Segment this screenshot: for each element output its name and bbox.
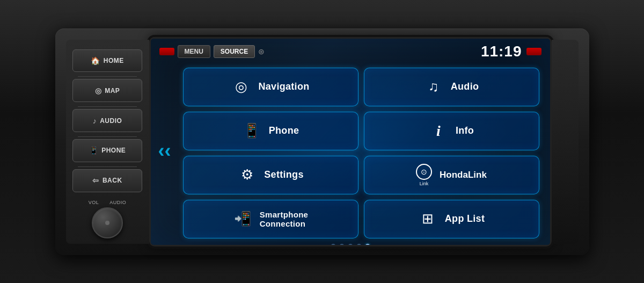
connection-icon: ⊛ — [258, 47, 265, 56]
top-bar-left: MENU SOURCE ⊛ — [159, 45, 265, 58]
navigation-icon: ◎ — [231, 78, 251, 95]
settings-menu-item[interactable]: ⚙ Settings — [183, 156, 358, 194]
outer-bezel: 🏠 HOME ◎ MAP ♪ AUDIO 📱 PHONE ⇦ BACK — [55, 28, 589, 255]
divider-1 — [78, 76, 137, 77]
link-text: Link — [420, 181, 429, 186]
link-icon: ⊙ Link — [416, 164, 432, 186]
applist-icon: ⊞ — [418, 211, 437, 227]
audio-power-label: AUDIO — [109, 200, 126, 205]
back-button[interactable]: ⇦ BACK — [72, 169, 142, 192]
right-edge — [552, 40, 579, 244]
top-bar-right: 11:19 — [481, 43, 541, 60]
audio-icon: ♪ — [93, 117, 97, 125]
smartphone-label-wrap: Smartphone Connection — [260, 210, 309, 228]
menu-grid: ◎ Navigation ♫ Audio 📱 Phon — [151, 63, 550, 238]
screen-content: ‹‹ ◎ Navigation ♫ Audio — [151, 63, 550, 245]
settings-menu-label: Settings — [264, 169, 303, 180]
page-dots — [151, 238, 550, 246]
divider-2 — [78, 106, 137, 107]
applist-menu-item[interactable]: ⊞ App List — [364, 200, 539, 238]
vol-labels: VOL AUDIO — [89, 200, 127, 205]
audio-menu-label: Audio — [451, 81, 479, 92]
screen-wrapper: MENU SOURCE ⊛ 11:19 ‹‹ — [149, 37, 552, 246]
phone-button[interactable]: 📱 PHONE — [72, 139, 142, 162]
phone-menu-item[interactable]: 📱 Phone — [183, 112, 358, 150]
navigation-label: Navigation — [258, 81, 309, 92]
hondalink-label: HondaLink — [440, 170, 487, 180]
link-circle-icon: ⊙ — [416, 164, 432, 180]
applist-menu-label: App List — [445, 213, 485, 224]
car-frame: 🏠 HOME ◎ MAP ♪ AUDIO 📱 PHONE ⇦ BACK — [0, 0, 644, 283]
dot-2[interactable] — [340, 244, 344, 246]
main-screen: MENU SOURCE ⊛ 11:19 ‹‹ — [149, 37, 552, 246]
audio-button[interactable]: ♪ AUDIO — [72, 109, 142, 132]
audio-menu-item[interactable]: ♫ Audio — [364, 68, 539, 106]
info-menu-label: Info — [456, 125, 474, 136]
source-button[interactable]: SOURCE — [214, 45, 255, 58]
red-indicator-right — [526, 48, 541, 55]
back-icon: ⇦ — [92, 176, 99, 185]
phone-label: PHONE — [101, 147, 126, 154]
audio-label: AUDIO — [100, 117, 122, 125]
vol-knob-inner — [105, 221, 109, 225]
info-menu-item[interactable]: i Info — [364, 112, 539, 150]
vol-label: VOL — [89, 200, 99, 205]
home-button[interactable]: 🏠 HOME — [72, 49, 142, 72]
hondalink-menu-item[interactable]: ⊙ Link HondaLink — [364, 156, 539, 194]
settings-icon: ⚙ — [237, 166, 257, 183]
clock-display: 11:19 — [481, 43, 522, 60]
dot-4[interactable] — [357, 244, 361, 246]
top-bar: MENU SOURCE ⊛ 11:19 — [151, 39, 550, 63]
dot-3[interactable] — [348, 244, 353, 246]
menu-button[interactable]: MENU — [178, 45, 210, 58]
back-chevron-icon[interactable]: ‹‹ — [158, 141, 171, 161]
smartphone-menu-label-line2: Connection — [260, 219, 306, 228]
info-icon: i — [429, 122, 448, 140]
map-icon: ◎ — [95, 86, 102, 95]
phone-icon: 📱 — [89, 146, 99, 155]
map-button[interactable]: ◎ MAP — [72, 79, 142, 102]
phone-menu-icon: 📱 — [242, 122, 261, 139]
home-label: HOME — [104, 57, 124, 64]
map-label: MAP — [105, 87, 120, 95]
audio-menu-icon: ♫ — [424, 78, 443, 95]
smartphone-icon: 📲 — [233, 211, 252, 227]
red-indicator-left — [159, 48, 174, 55]
dot-1[interactable] — [331, 244, 335, 246]
back-label: BACK — [103, 177, 122, 184]
smartphone-menu-item[interactable]: 📲 Smartphone Connection — [183, 200, 358, 238]
vol-section: VOL AUDIO — [89, 200, 127, 238]
volume-knob[interactable] — [92, 207, 123, 238]
home-icon: 🏠 — [91, 56, 100, 65]
divider-4 — [78, 166, 137, 167]
phone-menu-label: Phone — [269, 125, 299, 136]
left-panel: 🏠 HOME ◎ MAP ♪ AUDIO 📱 PHONE ⇦ BACK — [66, 40, 149, 244]
smartphone-menu-label-line1: Smartphone — [260, 210, 309, 219]
navigation-menu-item[interactable]: ◎ Navigation — [183, 68, 358, 106]
dot-5-active[interactable] — [365, 244, 370, 246]
divider-3 — [78, 136, 137, 137]
